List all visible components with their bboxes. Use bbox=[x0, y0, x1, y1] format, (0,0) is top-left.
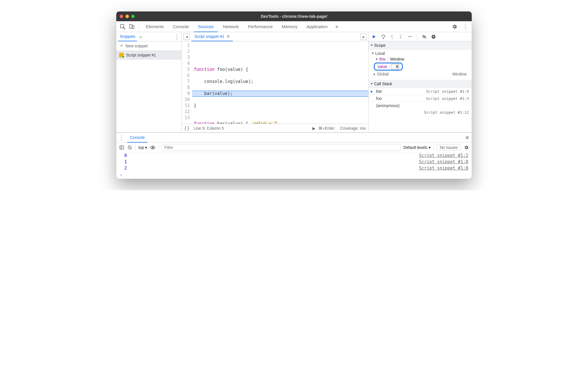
debugger-toolbar bbox=[369, 32, 472, 41]
pause-on-exceptions-icon[interactable] bbox=[431, 34, 436, 39]
svg-point-11 bbox=[152, 146, 154, 148]
callstack-frame[interactable]: bar Script snippet #1:9 bbox=[369, 88, 472, 95]
drawer-tab-console[interactable]: Console bbox=[127, 133, 148, 143]
window-title: DevTools - chrome://new-tab-page/ bbox=[116, 14, 472, 19]
tab-elements[interactable]: Elements bbox=[142, 21, 168, 32]
tab-memory[interactable]: Memory bbox=[278, 21, 301, 32]
editor-tab[interactable]: Script snippet #1 ✕ bbox=[192, 32, 233, 41]
callstack-frame[interactable]: foo Script snippet #1:3 bbox=[369, 95, 472, 102]
new-snippet-button[interactable]: ＋ New snippet bbox=[116, 41, 181, 51]
show-debugger-icon[interactable]: ▸ bbox=[360, 34, 367, 40]
log-source-link[interactable]: Script snippet #1:8 bbox=[419, 159, 468, 164]
titlebar: DevTools - chrome://new-tab-page/ bbox=[116, 11, 472, 21]
console-settings-icon[interactable] bbox=[464, 145, 469, 150]
coverage-status: Coverage: n/a bbox=[340, 126, 365, 131]
resume-icon[interactable] bbox=[372, 34, 377, 39]
cursor-position: Line 9, Column 5 bbox=[194, 126, 224, 131]
live-expression-icon[interactable] bbox=[150, 145, 156, 150]
console-drawer: ⋮ Console ✕ top ▾ Default levels ▾ No Is… bbox=[116, 133, 472, 179]
callstack-frame[interactable]: (anonymous) bbox=[369, 102, 472, 109]
expand-icon bbox=[374, 73, 375, 75]
expand-icon bbox=[371, 83, 373, 84]
console-log-row: 2 Script snippet #1:8 bbox=[116, 165, 472, 171]
console-log-row: 1 Script snippet #1:8 bbox=[116, 159, 472, 165]
log-source-link[interactable]: Script snippet #1:8 bbox=[419, 166, 468, 171]
callstack-section-header[interactable]: Call Stack bbox=[369, 80, 472, 88]
editor-area: ◂ Script snippet #1 ✕ ▸ 1 2 3 4 5 6 7 8 … bbox=[182, 32, 368, 132]
svg-point-5 bbox=[401, 35, 401, 36]
console-output: 0 Script snippet #1:2 1 Script snippet #… bbox=[116, 152, 472, 179]
snippet-list-item[interactable]: Script snippet #1 bbox=[116, 51, 181, 60]
run-shortcut-hint: ⌘+Enter bbox=[318, 126, 334, 131]
console-toolbar: top ▾ Default levels ▾ No Issues bbox=[116, 143, 472, 152]
step-over-icon[interactable] bbox=[381, 34, 386, 39]
step-icon[interactable] bbox=[407, 34, 412, 39]
run-snippet-icon[interactable]: ▶ bbox=[312, 126, 316, 131]
show-navigator-icon[interactable]: ◂ bbox=[183, 34, 190, 40]
inspect-element-icon[interactable] bbox=[119, 23, 127, 31]
separator bbox=[139, 24, 139, 30]
svg-point-4 bbox=[392, 38, 393, 39]
scope-value-editing[interactable]: value: bbox=[374, 63, 403, 71]
expand-icon bbox=[376, 58, 378, 60]
devtools-window: DevTools - chrome://new-tab-page/ Elemen… bbox=[116, 11, 472, 179]
debugger-panel: Scope Local this: Window value: Global bbox=[368, 32, 472, 132]
step-out-icon[interactable] bbox=[399, 34, 403, 39]
more-tabs-icon[interactable]: » bbox=[333, 23, 341, 31]
editor-status-bar: { } Line 9, Column 5 ▶ ⌘+Enter Coverage:… bbox=[182, 124, 368, 132]
tab-application[interactable]: Application bbox=[303, 21, 332, 32]
editor-tab-name: Script snippet #1 bbox=[194, 34, 224, 39]
inline-value-annotation: value = 2 bbox=[252, 121, 278, 124]
svg-rect-1 bbox=[130, 24, 132, 28]
navigator-tab-snippets[interactable]: Snippets bbox=[118, 32, 137, 41]
pretty-print-icon[interactable]: { } bbox=[185, 126, 189, 131]
device-toolbar-icon[interactable] bbox=[128, 23, 136, 31]
console-prompt[interactable]: › bbox=[116, 171, 472, 179]
callstack-frame-location: Script snippet #1:12 bbox=[369, 109, 472, 117]
scope-section-header[interactable]: Scope bbox=[369, 41, 472, 49]
svg-rect-2 bbox=[132, 25, 134, 28]
clear-console-icon[interactable] bbox=[127, 145, 132, 150]
scope-this-row[interactable]: this: Window bbox=[371, 56, 469, 62]
expand-icon bbox=[372, 53, 374, 54]
log-levels-selector[interactable]: Default levels ▾ bbox=[403, 145, 431, 150]
close-drawer-icon[interactable]: ✕ bbox=[465, 135, 469, 141]
tab-sources[interactable]: Sources bbox=[194, 21, 218, 32]
tab-console[interactable]: Console bbox=[169, 21, 193, 32]
expand-icon bbox=[371, 44, 373, 46]
log-source-link[interactable]: Script snippet #1:2 bbox=[419, 153, 468, 158]
navigator-menu-icon[interactable]: ⋮ bbox=[174, 33, 180, 40]
navigator-sidebar: Snippets » ⋮ ＋ New snippet Script snippe… bbox=[116, 32, 182, 132]
chevron-down-icon: ▾ bbox=[429, 145, 431, 150]
scope-local[interactable]: Local bbox=[371, 51, 469, 56]
main-tabs: Elements Console Sources Network Perform… bbox=[116, 21, 472, 32]
more-navigator-tabs-icon[interactable]: » bbox=[139, 34, 142, 39]
close-tab-icon[interactable]: ✕ bbox=[227, 34, 230, 39]
console-filter-input[interactable] bbox=[162, 144, 400, 151]
context-selector[interactable]: top ▾ bbox=[138, 145, 147, 150]
settings-icon[interactable] bbox=[450, 23, 459, 31]
snippet-name: Script snippet #1 bbox=[126, 53, 156, 57]
deactivate-breakpoints-icon[interactable] bbox=[422, 34, 427, 39]
plus-icon: ＋ bbox=[119, 43, 124, 49]
tab-network[interactable]: Network bbox=[219, 21, 243, 32]
chevron-down-icon: ▾ bbox=[145, 145, 147, 150]
no-issues-button[interactable]: No Issues bbox=[437, 144, 461, 151]
svg-point-3 bbox=[383, 38, 384, 38]
show-sidebar-icon[interactable] bbox=[119, 145, 124, 150]
new-snippet-label: New snippet bbox=[125, 44, 148, 48]
console-log-row: 0 Script snippet #1:2 bbox=[116, 152, 472, 159]
scope-value-input[interactable] bbox=[392, 64, 399, 69]
line-gutter: 1 2 3 4 5 6 7 8 9 10 11 12 13 bbox=[182, 41, 192, 124]
kebab-menu-icon[interactable]: ⋮ bbox=[461, 23, 469, 31]
svg-rect-8 bbox=[434, 36, 434, 37]
svg-point-6 bbox=[411, 36, 412, 37]
scope-global-row[interactable]: Global Window bbox=[371, 71, 469, 78]
tab-performance[interactable]: Performance bbox=[244, 21, 277, 32]
svg-rect-7 bbox=[433, 36, 434, 37]
snippet-file-icon bbox=[119, 53, 124, 57]
step-into-icon[interactable] bbox=[390, 34, 394, 39]
drawer-menu-icon[interactable]: ⋮ bbox=[119, 134, 124, 141]
code-editor[interactable]: 1 2 3 4 5 6 7 8 9 10 11 12 13 function f bbox=[182, 41, 368, 124]
